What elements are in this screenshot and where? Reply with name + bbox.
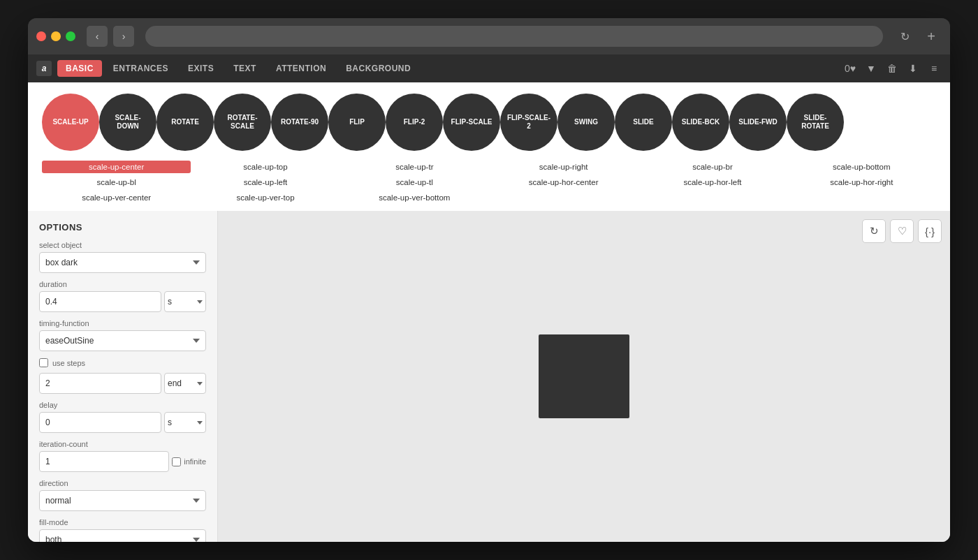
tab-background[interactable]: BACKGROUND bbox=[337, 60, 419, 77]
animations-section: SCALE-UPSCALE-DOWNROTATEROTATE-SCALEROTA… bbox=[28, 82, 950, 211]
anim-item-scale-up-center[interactable]: scale-up-center bbox=[42, 161, 191, 173]
circle-item-flip-scale-2[interactable]: FLIP-SCALE-2 bbox=[500, 94, 557, 151]
circle-scale-down[interactable]: SCALE-DOWN bbox=[99, 94, 156, 151]
circle-item-slide-fwd[interactable]: SLIDE-FWD bbox=[729, 94, 787, 151]
close-button[interactable] bbox=[36, 31, 46, 41]
anim-item-scale-up-br[interactable]: scale-up-br bbox=[638, 161, 787, 173]
circle-slide-rotate[interactable]: SLIDE-ROTATE bbox=[787, 94, 844, 151]
circle-slide-bck[interactable]: SLIDE-BCK bbox=[672, 94, 729, 151]
url-bar[interactable] bbox=[145, 26, 883, 47]
timing-function-label: timing-function bbox=[39, 319, 206, 327]
browser-window: ‹ › ↻ + a BASIC ENTRANCES EXITS TEXT ATT… bbox=[28, 18, 950, 542]
refresh-button[interactable]: ↻ bbox=[894, 26, 915, 47]
back-button[interactable]: ‹ bbox=[87, 26, 108, 47]
anim-item-scale-up-tr[interactable]: scale-up-tr bbox=[340, 161, 489, 173]
preview-box bbox=[539, 334, 629, 418]
forward-button[interactable]: › bbox=[113, 26, 134, 47]
download-icon[interactable]: ⬇ bbox=[905, 61, 921, 76]
circle-item-slide-rotate[interactable]: SLIDE-ROTATE bbox=[787, 94, 844, 151]
circle-rotate[interactable]: ROTATE bbox=[156, 94, 214, 151]
title-bar: ‹ › ↻ + bbox=[28, 18, 950, 54]
steps-input[interactable] bbox=[39, 373, 161, 394]
infinite-label: infinite bbox=[184, 457, 206, 466]
circle-item-flip[interactable]: FLIP bbox=[328, 94, 386, 151]
anim-item-scale-up-hor-center[interactable]: scale-up-hor-center bbox=[489, 176, 638, 189]
heart-count-icon[interactable]: 0♥ bbox=[842, 61, 858, 76]
preview-code-button[interactable]: {·} bbox=[918, 219, 942, 243]
fill-mode-group: fill-mode both forwards backwards none bbox=[39, 518, 206, 542]
infinite-checkbox[interactable] bbox=[172, 457, 181, 466]
duration-label: duration bbox=[39, 280, 206, 288]
menu-icon[interactable]: ≡ bbox=[926, 61, 942, 76]
timing-function-group: timing-function easeOutSine easeInSine l… bbox=[39, 319, 206, 351]
new-tab-button[interactable]: + bbox=[921, 26, 942, 47]
circle-flip-scale[interactable]: FLIP-SCALE bbox=[443, 94, 500, 151]
circle-item-flip-scale[interactable]: FLIP-SCALE bbox=[443, 94, 500, 151]
nav-bar: a BASIC ENTRANCES EXITS TEXT ATTENTION B… bbox=[28, 54, 950, 82]
anim-item-scale-up-tl[interactable]: scale-up-tl bbox=[340, 176, 489, 189]
circle-rotate-scale[interactable]: ROTATE-SCALE bbox=[214, 94, 271, 151]
preview-refresh-button[interactable]: ↻ bbox=[862, 219, 886, 243]
circle-rotate-90[interactable]: ROTATE-90 bbox=[271, 94, 328, 151]
brand-icon: a bbox=[36, 61, 52, 76]
delay-unit-dropdown[interactable]: s ms bbox=[164, 412, 206, 433]
circle-item-rotate-90[interactable]: ROTATE-90 bbox=[271, 94, 328, 151]
steps-row: end start bbox=[39, 373, 206, 394]
delete-icon[interactable]: 🗑 bbox=[884, 61, 900, 76]
timing-function-dropdown[interactable]: easeOutSine easeInSine linear easeInOut bbox=[39, 330, 206, 351]
preview-controls: ↻ ♡ {·} bbox=[862, 219, 942, 243]
use-steps-group: use steps end start bbox=[39, 358, 206, 394]
use-steps-checkbox[interactable] bbox=[39, 358, 48, 367]
circle-item-rotate[interactable]: ROTATE bbox=[156, 94, 214, 151]
anim-item-scale-up-ver-center[interactable]: scale-up-ver-center bbox=[42, 191, 191, 204]
delay-row: s ms bbox=[39, 412, 206, 433]
anim-item-scale-up-right[interactable]: scale-up-right bbox=[489, 161, 638, 173]
circle-slide-fwd[interactable]: SLIDE-FWD bbox=[729, 94, 787, 151]
duration-input[interactable] bbox=[39, 291, 161, 312]
anim-item-scale-up-hor-left[interactable]: scale-up-hor-left bbox=[638, 176, 787, 189]
options-title: OPTIONS bbox=[39, 222, 206, 233]
anim-item-scale-up-bottom[interactable]: scale-up-bottom bbox=[787, 161, 936, 173]
iteration-count-row: infinite bbox=[39, 451, 206, 472]
delay-input[interactable] bbox=[39, 412, 161, 433]
direction-dropdown[interactable]: normal reverse alternate alternate-rever… bbox=[39, 490, 206, 511]
filter-icon[interactable]: ▼ bbox=[863, 61, 879, 76]
circle-swing[interactable]: SWING bbox=[557, 94, 615, 151]
circle-item-scale-down[interactable]: SCALE-DOWN bbox=[99, 94, 156, 151]
fill-mode-dropdown[interactable]: both forwards backwards none bbox=[39, 529, 206, 542]
steps-unit-dropdown[interactable]: end start bbox=[164, 373, 206, 394]
circle-flip[interactable]: FLIP bbox=[328, 94, 386, 151]
circle-scale-up[interactable]: SCALE-UP bbox=[42, 94, 99, 151]
iteration-count-input[interactable] bbox=[39, 451, 169, 472]
anim-item-scale-up-left[interactable]: scale-up-left bbox=[191, 176, 340, 189]
circle-slide[interactable]: SLIDE bbox=[615, 94, 672, 151]
anim-item-scale-up-ver-top[interactable]: scale-up-ver-top bbox=[191, 191, 340, 204]
anim-list: scale-up-centerscale-up-topscale-up-trsc… bbox=[28, 156, 950, 211]
circle-item-slide-bck[interactable]: SLIDE-BCK bbox=[672, 94, 729, 151]
circle-item-scale-up[interactable]: SCALE-UP bbox=[42, 94, 99, 151]
circle-item-slide[interactable]: SLIDE bbox=[615, 94, 672, 151]
preview-area: ↻ ♡ {·} bbox=[218, 211, 950, 542]
circle-item-swing[interactable]: SWING bbox=[557, 94, 615, 151]
circle-item-rotate-scale[interactable]: ROTATE-SCALE bbox=[214, 94, 271, 151]
use-steps-checkbox-row: use steps bbox=[39, 358, 206, 367]
anim-item-scale-up-top[interactable]: scale-up-top bbox=[191, 161, 340, 173]
iteration-count-group: iteration-count infinite bbox=[39, 440, 206, 472]
anim-item-scale-up-bl[interactable]: scale-up-bl bbox=[42, 176, 191, 189]
tab-entrances[interactable]: ENTRANCES bbox=[105, 60, 177, 77]
circle-flip-2[interactable]: FLIP-2 bbox=[386, 94, 443, 151]
anim-item-scale-up-ver-bottom[interactable]: scale-up-ver-bottom bbox=[340, 191, 489, 204]
tab-text[interactable]: TEXT bbox=[225, 60, 265, 77]
select-object-dropdown[interactable]: box dark box light text image bbox=[39, 252, 206, 273]
duration-unit-dropdown[interactable]: s ms bbox=[164, 291, 206, 312]
anim-item-scale-up-hor-right[interactable]: scale-up-hor-right bbox=[787, 176, 936, 189]
tab-basic[interactable]: BASIC bbox=[57, 60, 102, 77]
circle-flip-scale-2[interactable]: FLIP-SCALE-2 bbox=[500, 94, 557, 151]
maximize-button[interactable] bbox=[66, 31, 75, 41]
tab-attention[interactable]: ATTENTION bbox=[268, 60, 335, 77]
tab-exits[interactable]: EXITS bbox=[180, 60, 222, 77]
circle-item-flip-2[interactable]: FLIP-2 bbox=[386, 94, 443, 151]
preview-heart-button[interactable]: ♡ bbox=[890, 219, 914, 243]
minimize-button[interactable] bbox=[51, 31, 61, 41]
direction-label: direction bbox=[39, 479, 206, 487]
